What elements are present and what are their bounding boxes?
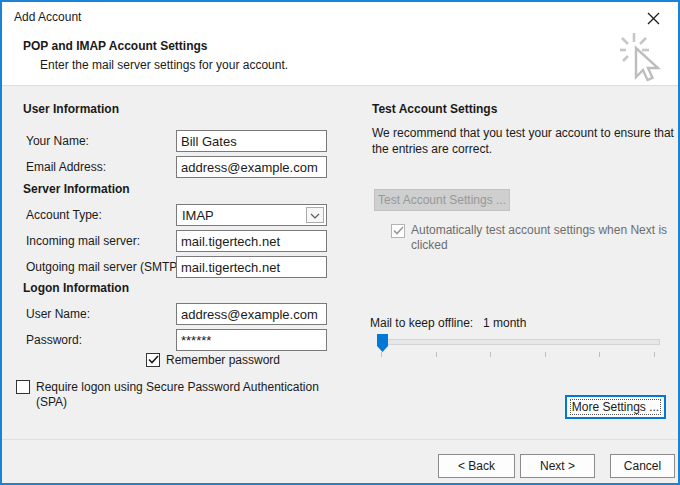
- offline-slider-track[interactable]: [379, 339, 660, 345]
- server-information-heading: Server Information: [23, 182, 130, 196]
- header-band: Add Account POP and IMAP Account Setting…: [2, 2, 678, 86]
- checkmark-icon: [148, 353, 159, 367]
- cursor-sparkle-icon: [620, 32, 666, 89]
- your-name-field[interactable]: [176, 130, 327, 152]
- auto-test-checkbox: [391, 224, 405, 238]
- more-settings-button[interactable]: More Settings ...: [565, 395, 666, 419]
- user-information-heading: User Information: [23, 102, 119, 116]
- close-button[interactable]: [640, 9, 666, 31]
- mail-keep-offline-label: Mail to keep offline:: [370, 316, 473, 330]
- remember-password-checkbox[interactable]: [146, 353, 160, 367]
- back-button[interactable]: < Back: [438, 454, 515, 478]
- offline-slider-thumb[interactable]: [377, 334, 388, 352]
- account-type-dropdown[interactable]: IMAP: [176, 204, 327, 226]
- chevron-down-icon: [310, 208, 320, 222]
- outgoing-server-field[interactable]: [176, 256, 327, 278]
- user-name-field[interactable]: [176, 303, 327, 325]
- slider-tick: [599, 352, 600, 357]
- back-button-label: < Back: [458, 459, 495, 473]
- offline-slider-ticks: [381, 352, 655, 357]
- auto-test-label: Automatically test account settings when…: [411, 223, 669, 253]
- slider-tick: [436, 352, 437, 357]
- slider-tick: [654, 352, 655, 357]
- cancel-button[interactable]: Cancel: [610, 454, 675, 478]
- banner-title: POP and IMAP Account Settings: [23, 39, 207, 53]
- slider-tick: [490, 352, 491, 357]
- spa-checkbox[interactable]: [16, 380, 30, 394]
- email-address-field[interactable]: [176, 156, 327, 178]
- test-account-settings-heading: Test Account Settings: [372, 102, 497, 116]
- spa-label[interactable]: Require logon using Secure Password Auth…: [36, 380, 342, 410]
- incoming-server-label: Incoming mail server:: [26, 234, 140, 248]
- more-settings-button-label: More Settings ...: [572, 400, 659, 414]
- dropdown-button[interactable]: [306, 207, 324, 223]
- cancel-button-label: Cancel: [624, 459, 661, 473]
- incoming-server-field[interactable]: [176, 230, 327, 252]
- your-name-label: Your Name:: [26, 134, 89, 148]
- mail-keep-offline-value: 1 month: [483, 316, 526, 330]
- password-label: Password:: [26, 333, 82, 347]
- slider-tick: [381, 352, 382, 357]
- account-type-value: IMAP: [182, 208, 214, 223]
- test-settings-description: We recommend that you test your account …: [372, 125, 674, 157]
- close-icon: [647, 12, 660, 28]
- account-type-label: Account Type:: [26, 208, 102, 222]
- next-button-label: Next >: [540, 459, 575, 473]
- remember-password-label[interactable]: Remember password: [166, 353, 280, 368]
- slider-tick: [545, 352, 546, 357]
- logon-information-heading: Logon Information: [23, 281, 129, 295]
- password-field[interactable]: [176, 329, 327, 351]
- user-name-label: User Name:: [26, 307, 90, 321]
- outgoing-server-label: Outgoing mail server (SMTP):: [26, 260, 185, 274]
- test-account-settings-button-label: Test Account Settings ...: [378, 193, 506, 207]
- window-title: Add Account: [14, 10, 81, 24]
- checkmark-icon: [393, 224, 404, 238]
- next-button[interactable]: Next >: [520, 454, 595, 478]
- add-account-dialog: Add Account POP and IMAP Account Setting…: [0, 0, 680, 485]
- email-address-label: Email Address:: [26, 160, 106, 174]
- test-account-settings-button: Test Account Settings ...: [374, 189, 510, 211]
- banner-subtitle: Enter the mail server settings for your …: [40, 58, 288, 72]
- footer-separator: [2, 439, 678, 440]
